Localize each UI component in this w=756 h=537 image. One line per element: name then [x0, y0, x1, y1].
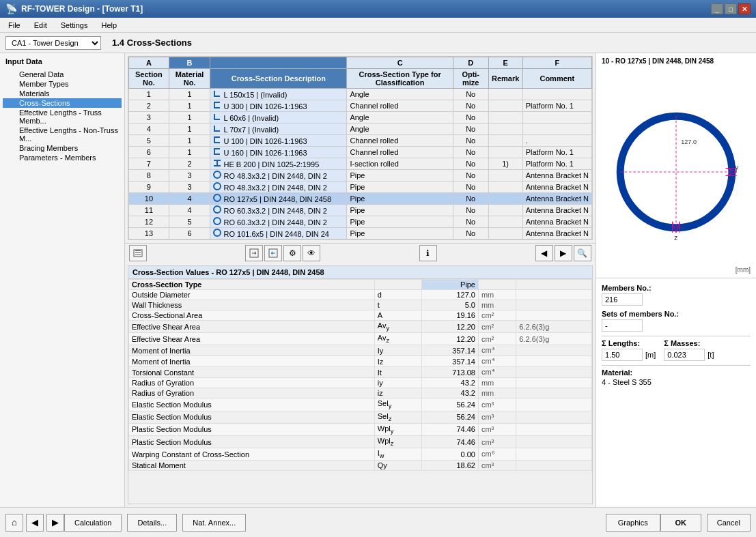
- csv-prop: Elastic Section Modulus: [129, 411, 375, 423]
- lengths-unit: [m]: [645, 351, 656, 359]
- svg-rect-1: [214, 165, 221, 166]
- cell-section-no: 6: [129, 147, 169, 158]
- add-section-button[interactable]: [129, 245, 147, 261]
- members-label: Members No.:: [602, 284, 751, 292]
- table-row[interactable]: 6 1 U 160 | DIN 1026-1:1963 Channel roll…: [129, 147, 592, 158]
- csv-prop: Moment of Inertia: [129, 345, 375, 356]
- table-row[interactable]: 12 5 RO 60.3x3.2 | DIN 2448, DIN 2 Pipe …: [129, 216, 592, 228]
- cell-optimize: No: [453, 228, 488, 240]
- info-divider: [602, 336, 751, 336]
- maximize-button[interactable]: □: [725, 3, 737, 14]
- sidebar-item-cross-sections[interactable]: Cross-Sections: [3, 98, 122, 108]
- cell-optimize: No: [453, 147, 488, 158]
- cell-cs-desc: RO 60.3x3.2 | DIN 2448, DIN 2: [210, 205, 347, 216]
- col-header-b-desc: [210, 57, 347, 69]
- cancel-button[interactable]: Cancel: [707, 514, 751, 532]
- cell-comment: Platform No. 1: [522, 158, 591, 170]
- minimize-button[interactable]: _: [711, 3, 723, 14]
- nav-home-button[interactable]: ⌂: [5, 514, 23, 532]
- next-button[interactable]: ▶: [555, 245, 572, 261]
- csv-prop: Radius of Gyration: [129, 378, 375, 388]
- table-row[interactable]: 13 6 RO 101.6x5 | DIN 2448, DIN 24 Pipe …: [129, 228, 592, 240]
- cell-cs-type: Angle: [347, 112, 453, 124]
- table-row[interactable]: 2 1 U 300 | DIN 1026-1:1963 Channel roll…: [129, 100, 592, 112]
- csv-sym: Wplz: [374, 435, 421, 448]
- sidebar-item-eff-lengths-nontruss[interactable]: Effective Lengths - Non-Truss M...: [3, 126, 122, 143]
- csv-table: Cross-Section Type Pipe Outside Diameter…: [128, 279, 592, 471]
- sidebar-item-materials[interactable]: Materials: [3, 89, 122, 98]
- view-button[interactable]: 👁: [303, 245, 320, 261]
- nav-next-button[interactable]: ▶: [46, 514, 64, 532]
- section-title: 1.4 Cross-Sections: [112, 38, 192, 48]
- nat-annex-button[interactable]: Nat. Annex...: [182, 514, 246, 532]
- cell-cs-desc: RO 127x5 | DIN 2448, DIN 2458: [210, 193, 347, 205]
- cell-comment: Platform No. 1: [522, 100, 591, 112]
- right-panel: 10 - RO 127x5 | DIN 2448, DIN 2458: [596, 53, 756, 507]
- csv-extra: [516, 345, 592, 356]
- bottom-action-buttons: Calculation Details... Nat. Annex...: [64, 514, 246, 532]
- table-row[interactable]: 11 4 RO 60.3x3.2 | DIN 2448, DIN 2 Pipe …: [129, 205, 592, 216]
- table-row[interactable]: 1 1 L 150x15 | (Invalid) Angle No: [129, 89, 592, 100]
- content-area: Input Data General Data Member Types Mat…: [0, 53, 756, 507]
- cell-mat-no: 1: [169, 112, 210, 124]
- material-label: Material:: [602, 368, 751, 377]
- cell-comment: Antenna Bracket N: [522, 216, 591, 228]
- sidebar-item-params-members[interactable]: Parameters - Members: [3, 153, 122, 162]
- sidebar-item-eff-lengths-truss[interactable]: Effective Lengths - Truss Memb...: [3, 108, 122, 126]
- details-button[interactable]: Details...: [127, 514, 177, 532]
- preview-title: 10 - RO 127x5 | DIN 2448, DIN 2458: [602, 57, 714, 65]
- table-row[interactable]: 10 4 RO 127x5 | DIN 2448, DIN 2458 Pipe …: [129, 193, 592, 205]
- graphics-button[interactable]: Graphics: [606, 514, 660, 532]
- calculation-button[interactable]: Calculation: [64, 514, 122, 532]
- svg-point-6: [214, 206, 221, 213]
- export-button[interactable]: [245, 245, 263, 261]
- svg-rect-2: [216, 161, 218, 165]
- close-button[interactable]: ✕: [738, 3, 751, 14]
- csv-row: Elastic Section Modulus Sely 56.24 cm³: [129, 398, 592, 411]
- col-header-e: E: [488, 57, 522, 69]
- csv-prop: Plastic Section Modulus: [129, 423, 375, 435]
- table-row[interactable]: 3 1 L 60x6 | (Invalid) Angle No: [129, 112, 592, 124]
- csv-table-container[interactable]: Cross-Section Type Pipe Outside Diameter…: [128, 279, 592, 504]
- menu-edit[interactable]: Edit: [29, 20, 53, 31]
- menu-help[interactable]: Help: [96, 20, 122, 31]
- cell-mat-no: 1: [169, 147, 210, 158]
- main-content-split: A B C D E F Sect: [125, 53, 756, 507]
- cell-mat-no: 2: [169, 158, 210, 170]
- menu-settings[interactable]: Settings: [55, 20, 94, 31]
- sidebar-item-bracing[interactable]: Bracing Members: [3, 143, 122, 153]
- cell-optimize: No: [453, 193, 488, 205]
- svg-text:127.0: 127.0: [681, 139, 697, 145]
- title-bar: 📡 RF-TOWER Design - [Tower T1] _ □ ✕: [0, 0, 756, 18]
- csv-prop: Wall Thickness: [129, 300, 375, 310]
- nav-prev-button[interactable]: ◀: [26, 514, 44, 532]
- cell-section-no: 13: [129, 228, 169, 240]
- prev-button[interactable]: ◀: [535, 245, 553, 261]
- csv-sym: Selz: [374, 411, 421, 423]
- import-button[interactable]: [264, 245, 282, 261]
- csv-sym: iz: [374, 388, 421, 398]
- cross-sections-table-container[interactable]: A B C D E F Sect: [128, 56, 593, 240]
- menu-file[interactable]: File: [3, 20, 26, 31]
- sidebar-item-general-data[interactable]: General Data: [3, 70, 122, 79]
- cell-mat-no: 4: [169, 193, 210, 205]
- cell-optimize: No: [453, 216, 488, 228]
- cell-mat-no: 1: [169, 124, 210, 135]
- settings-button[interactable]: ⚙: [283, 245, 301, 261]
- zoom-button[interactable]: 🔍: [574, 245, 591, 261]
- cell-cs-desc: RO 60.3x3.2 | DIN 2448, DIN 2: [210, 216, 347, 228]
- table-row[interactable]: 8 3 RO 48.3x3.2 | DIN 2448, DIN 2 Pipe N…: [129, 170, 592, 182]
- ok-button[interactable]: OK: [660, 514, 701, 532]
- table-row[interactable]: 9 3 RO 48.3x3.2 | DIN 2448, DIN 2 Pipe N…: [129, 182, 592, 193]
- table-row[interactable]: 4 1 L 70x7 | (Invalid) Angle No: [129, 124, 592, 135]
- cell-comment: [522, 124, 591, 135]
- sets-value: -: [602, 319, 643, 332]
- info-button[interactable]: ℹ: [419, 245, 437, 261]
- table-row[interactable]: 7 2 HE B 200 | DIN 1025-2:1995 I-section…: [129, 158, 592, 170]
- csv-val: 127.0: [421, 290, 478, 300]
- project-dropdown[interactable]: CA1 - Tower Design: [5, 36, 101, 50]
- cell-comment: Antenna Bracket N: [522, 182, 591, 193]
- sidebar-item-member-types[interactable]: Member Types: [3, 79, 122, 89]
- members-value: 216: [602, 293, 643, 306]
- table-row[interactable]: 5 1 U 100 | DIN 1026-1:1963 Channel roll…: [129, 135, 592, 147]
